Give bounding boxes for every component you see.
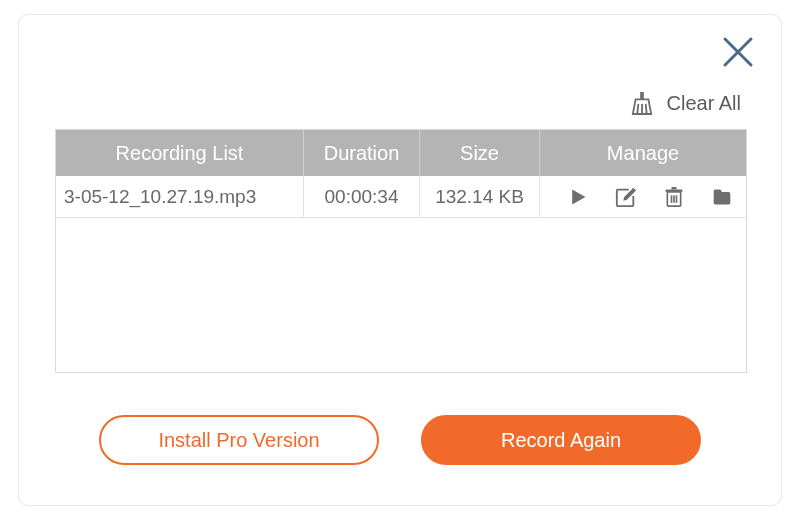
- delete-button[interactable]: [662, 185, 686, 209]
- trash-icon: [664, 186, 684, 208]
- recordings-table: Recording List Duration Size Manage 3-05…: [55, 129, 747, 373]
- col-header-size: Size: [420, 130, 540, 176]
- cell-manage: [540, 176, 746, 217]
- svg-rect-8: [666, 189, 683, 192]
- folder-icon: [711, 187, 733, 207]
- clear-all-icon-button[interactable]: [631, 91, 653, 115]
- close-button[interactable]: [721, 35, 755, 69]
- brush-icon: [631, 91, 653, 115]
- play-button[interactable]: [566, 185, 590, 209]
- install-pro-button[interactable]: Install Pro Version: [99, 415, 379, 465]
- cell-size: 132.14 KB: [420, 176, 540, 217]
- svg-line-3: [637, 104, 638, 113]
- col-header-duration: Duration: [304, 130, 420, 176]
- dialog-footer: Install Pro Version Record Again: [19, 415, 781, 465]
- close-icon: [721, 35, 755, 69]
- play-icon: [568, 187, 588, 207]
- edit-icon: [615, 186, 637, 208]
- clear-all-row: Clear All: [631, 91, 741, 115]
- table-body: 3-05-12_10.27.19.mp3 00:00:34 132.14 KB: [56, 176, 746, 372]
- svg-line-5: [645, 104, 646, 113]
- col-header-manage: Manage: [540, 130, 746, 176]
- record-again-button[interactable]: Record Again: [421, 415, 701, 465]
- recordings-dialog: Clear All Recording List Duration Size M…: [18, 14, 782, 506]
- edit-button[interactable]: [614, 185, 638, 209]
- svg-rect-9: [672, 187, 677, 190]
- open-folder-button[interactable]: [710, 185, 734, 209]
- table-row[interactable]: 3-05-12_10.27.19.mp3 00:00:34 132.14 KB: [56, 176, 746, 218]
- clear-all-label[interactable]: Clear All: [667, 92, 741, 115]
- table-header: Recording List Duration Size Manage: [56, 130, 746, 176]
- col-header-name: Recording List: [56, 130, 304, 176]
- cell-duration: 00:00:34: [304, 176, 420, 217]
- svg-rect-2: [640, 92, 644, 99]
- cell-name: 3-05-12_10.27.19.mp3: [56, 176, 304, 217]
- svg-marker-6: [572, 189, 585, 204]
